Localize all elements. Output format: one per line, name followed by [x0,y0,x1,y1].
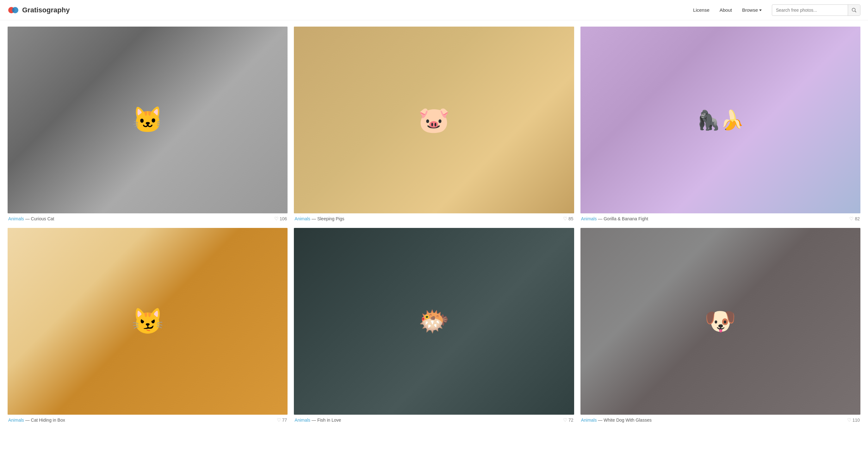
search-box [772,4,860,16]
photo-meta: Animals — Cat Hiding in Box ♡ 77 [8,417,287,423]
photo-likes: ♡ 106 [274,216,287,222]
photo-thumbnail[interactable] [294,228,574,415]
photo-category-link[interactable]: Animals [294,216,310,221]
photo-meta: Animals — Fish in Love ♡ 72 [294,417,574,423]
main-content: Animals — Curious Cat ♡ 106 Animals — Sl… [0,20,868,429]
nav-links: License About Browse [693,7,762,13]
likes-count: 82 [855,216,860,221]
photo-meta: Animals — White Dog With Glasses ♡ 110 [581,417,860,423]
search-button[interactable] [848,5,860,16]
heart-icon: ♡ [277,417,281,423]
photo-image[interactable] [581,228,860,415]
photo-title-text: — Sleeping Pigs [312,216,344,221]
heart-icon: ♡ [274,216,278,222]
svg-point-1 [12,7,18,13]
photo-title-text: — Gorilla & Banana Fight [598,216,648,221]
photo-likes: ♡ 82 [849,216,860,222]
photo-category-link[interactable]: Animals [581,418,597,423]
photo-image[interactable] [294,27,574,213]
photo-title: Animals — White Dog With Glasses [581,418,652,423]
likes-count: 77 [282,418,287,423]
photo-thumbnail[interactable] [8,27,287,213]
likes-count: 72 [568,418,574,423]
photo-image[interactable] [581,27,860,213]
likes-count: 85 [568,216,574,221]
photo-image[interactable] [8,27,287,213]
nav-browse-label: Browse [742,7,758,13]
photo-category-link[interactable]: Animals [8,216,24,221]
photo-card: Animals — Fish in Love ♡ 72 [294,228,574,423]
likes-count: 106 [280,216,287,221]
photo-title-text: — Fish in Love [312,418,341,423]
photo-image[interactable] [294,228,574,415]
photo-category-link[interactable]: Animals [8,418,24,423]
photo-image[interactable] [8,228,287,415]
photo-category-link[interactable]: Animals [581,216,597,221]
photo-card: Animals — Gorilla & Banana Fight ♡ 82 [581,27,860,222]
photo-likes: ♡ 110 [847,417,860,423]
header: Gratisography License About Browse [0,0,868,20]
photo-grid: Animals — Curious Cat ♡ 106 Animals — Sl… [8,27,860,423]
site-title[interactable]: Gratisography [22,6,70,14]
logo-icon [8,4,19,16]
photo-meta: Animals — Sleeping Pigs ♡ 85 [294,216,574,222]
photo-card: Animals — Sleeping Pigs ♡ 85 [294,27,574,222]
nav-browse[interactable]: Browse [742,7,762,13]
search-icon [852,8,856,12]
logo-area: Gratisography [8,4,70,16]
photo-likes: ♡ 77 [277,417,287,423]
photo-thumbnail[interactable] [294,27,574,213]
photo-title: Animals — Cat Hiding in Box [8,418,65,423]
photo-likes: ♡ 85 [563,216,574,222]
search-input[interactable] [772,8,848,13]
photo-title-text: — Cat Hiding in Box [25,418,65,423]
nav-about[interactable]: About [720,7,732,13]
heart-icon: ♡ [563,417,567,423]
photo-category-link[interactable]: Animals [294,418,310,423]
likes-count: 110 [852,418,860,423]
photo-likes: ♡ 72 [563,417,574,423]
photo-title: Animals — Sleeping Pigs [294,216,344,221]
heart-icon: ♡ [563,216,567,222]
photo-meta: Animals — Curious Cat ♡ 106 [8,216,287,222]
nav-license[interactable]: License [693,7,710,13]
photo-thumbnail[interactable] [581,27,860,213]
photo-title: Animals — Gorilla & Banana Fight [581,216,648,221]
photo-card: Animals — White Dog With Glasses ♡ 110 [581,228,860,423]
heart-icon: ♡ [847,417,851,423]
heart-icon: ♡ [849,216,854,222]
photo-card: Animals — Curious Cat ♡ 106 [8,27,287,222]
photo-title: Animals — Fish in Love [294,418,341,423]
photo-title-text: — White Dog With Glasses [598,418,652,423]
photo-card: Animals — Cat Hiding in Box ♡ 77 [8,228,287,423]
photo-thumbnail[interactable] [8,228,287,415]
photo-title: Animals — Curious Cat [8,216,54,221]
photo-title-text: — Curious Cat [25,216,54,221]
photo-thumbnail[interactable] [581,228,860,415]
photo-meta: Animals — Gorilla & Banana Fight ♡ 82 [581,216,860,222]
chevron-down-icon [759,9,762,11]
